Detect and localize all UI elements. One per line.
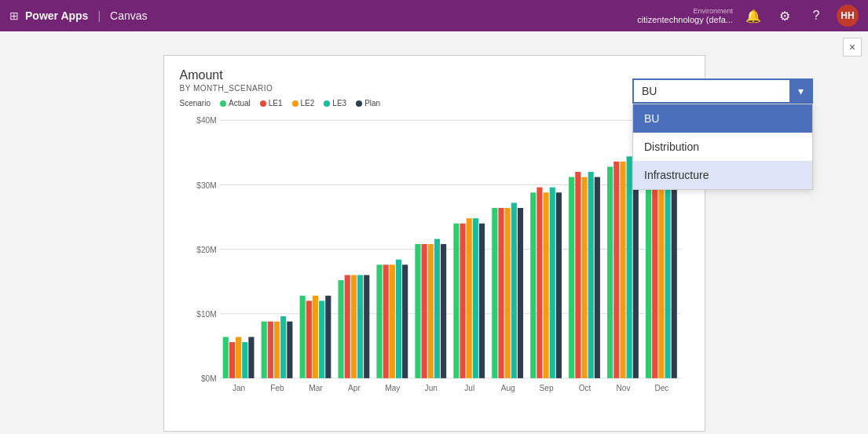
svg-rect-39 [441,244,446,378]
svg-rect-45 [492,208,497,378]
svg-rect-34 [402,264,408,378]
dropdown-item[interactable]: BU [633,104,812,133]
dropdown-item[interactable]: Infrastructure [633,161,812,189]
svg-text:Apr: Apr [348,384,361,392]
svg-rect-14 [248,337,254,378]
svg-rect-33 [395,260,401,378]
svg-rect-19 [287,322,292,378]
svg-rect-21 [306,301,311,378]
legend-label: LE1 [269,99,283,108]
app-logo: Power Apps [25,9,88,22]
notifications-button[interactable]: 🔔 [742,5,764,27]
svg-rect-31 [383,264,388,378]
avatar[interactable]: HH [837,5,859,27]
svg-rect-44 [478,224,484,378]
svg-rect-12 [236,337,241,378]
chart-svg: $0M$10M$20M$30M$40MJanFebMarAprMayJunJul… [180,112,689,410]
svg-text:May: May [385,384,401,392]
chart-card: Amount BY MONTH_SCENARIO Scenario Actual… [163,55,705,432]
dropdown-container: BU ▾ BUDistributionInfrastructure [632,78,813,190]
topbar: ⊞ Power Apps | Canvas Environment citize… [0,0,868,31]
svg-rect-64 [632,166,638,377]
svg-text:Mar: Mar [309,384,323,392]
svg-rect-28 [357,275,362,377]
svg-rect-25 [338,280,343,378]
svg-rect-22 [312,296,317,378]
grid-icon: ⊞ [9,9,19,22]
svg-text:$0M: $0M [200,374,216,383]
svg-rect-35 [415,244,420,378]
svg-rect-43 [472,218,478,378]
svg-rect-20 [299,296,305,378]
dropdown-menu: BUDistributionInfrastructure [632,104,813,190]
settings-button[interactable]: ⚙ [774,5,796,27]
svg-rect-11 [229,342,234,378]
svg-rect-54 [555,192,561,378]
svg-rect-60 [607,166,613,377]
svg-text:Feb: Feb [270,384,284,392]
legend-label: Plan [364,99,380,108]
app-name: Canvas [110,9,147,22]
legend-item: LE1 [260,99,283,108]
legend-label: Actual [229,99,251,108]
svg-rect-38 [434,239,439,377]
svg-rect-61 [613,162,619,378]
legend-item: Actual [220,99,251,108]
svg-rect-49 [517,208,522,378]
svg-text:Dec: Dec [654,384,668,392]
svg-rect-10 [222,337,228,378]
svg-text:Aug: Aug [500,384,515,392]
svg-text:Sep: Sep [539,384,553,392]
legend-item: Plan [356,99,380,108]
svg-rect-46 [498,208,504,378]
legend-label: LE2 [301,99,315,108]
svg-rect-13 [242,342,247,378]
svg-rect-32 [389,264,394,378]
svg-rect-29 [364,275,369,377]
environment-info: Environment citizentechnology (defa... [637,7,733,24]
separator: | [97,9,101,22]
svg-rect-52 [543,192,548,378]
svg-rect-53 [549,188,555,378]
svg-rect-57 [581,177,587,378]
close-button[interactable]: × [843,38,862,57]
legend-item: LE2 [292,99,315,108]
svg-rect-59 [594,177,599,378]
main-content: × Amount BY MONTH_SCENARIO Scenario Actu… [0,31,868,434]
legend-scenario-label: Scenario [180,99,211,108]
legend-dot [220,100,226,107]
svg-text:Nov: Nov [616,384,631,392]
topbar-right: Environment citizentechnology (defa... 🔔… [637,5,859,27]
svg-rect-26 [344,275,350,377]
dropdown-selected: BU [642,85,657,97]
help-button[interactable]: ? [805,5,827,27]
svg-text:$10M: $10M [196,310,216,319]
chart-area: $0M$10M$20M$30M$40MJanFebMarAprMayJunJul… [180,112,689,410]
dropdown-trigger[interactable]: BU ▾ [632,78,813,104]
svg-rect-16 [267,322,273,378]
svg-text:Jun: Jun [424,384,437,392]
svg-rect-55 [569,177,574,378]
svg-text:$30M: $30M [196,181,216,189]
svg-rect-37 [427,244,433,378]
svg-rect-40 [453,224,459,378]
svg-rect-51 [537,188,542,378]
svg-rect-23 [319,301,324,378]
legend-item: LE3 [324,99,346,108]
svg-rect-56 [575,172,580,378]
svg-rect-41 [460,224,465,378]
svg-rect-48 [511,202,516,377]
chart-legend: Scenario ActualLE1LE2LE3Plan [180,99,689,108]
chart-title: Amount [180,68,689,82]
dropdown-item[interactable]: Distribution [633,133,812,161]
svg-text:Oct: Oct [578,384,591,392]
svg-rect-36 [421,244,427,378]
svg-text:$40M: $40M [196,116,216,125]
svg-rect-24 [325,296,331,378]
svg-rect-27 [350,275,356,377]
svg-rect-42 [466,218,471,378]
svg-text:Jul: Jul [464,384,474,392]
legend-dot [356,100,362,107]
svg-rect-62 [620,162,625,378]
svg-text:$20M: $20M [196,246,216,254]
